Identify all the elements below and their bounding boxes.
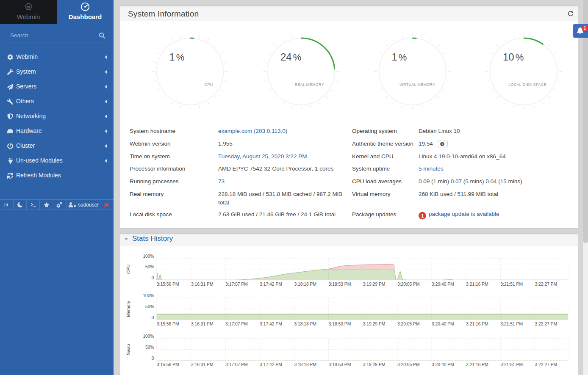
svg-text:3:17:42 PM: 3:17:42 PM	[260, 322, 282, 326]
svg-text:3:18:53 PM: 3:18:53 PM	[329, 282, 351, 287]
svg-text:Swap: Swap	[126, 344, 131, 355]
svg-text:3:17:07 PM: 3:17:07 PM	[225, 322, 248, 326]
svg-text:3:17:42 PM: 3:17:42 PM	[260, 282, 282, 287]
svg-text:3:19:29 PM: 3:19:29 PM	[363, 362, 386, 367]
svg-text:3:21:51 PM: 3:21:51 PM	[500, 282, 523, 287]
svg-text:VIRTUAL MEMORY: VIRTUAL MEMORY	[399, 83, 435, 87]
svg-text:3:20:40 PM: 3:20:40 PM	[432, 362, 454, 367]
svg-text:3:17:07 PM: 3:17:07 PM	[225, 362, 248, 367]
svg-text:3:16:31 PM: 3:16:31 PM	[191, 362, 214, 367]
svg-text:3:20:05 PM: 3:20:05 PM	[397, 322, 420, 326]
svg-text:0: 0	[152, 315, 154, 320]
svg-text:3:19:29 PM: 3:19:29 PM	[363, 282, 386, 287]
svg-text:1%: 1%	[392, 51, 407, 63]
svg-text:3:21:51 PM: 3:21:51 PM	[500, 362, 523, 367]
svg-text:3:21:16 PM: 3:21:16 PM	[466, 322, 488, 326]
svg-text:10%: 10%	[503, 51, 524, 63]
svg-text:3:17:42 PM: 3:17:42 PM	[260, 362, 282, 367]
svg-text:100%: 100%	[143, 334, 154, 339]
svg-text:24%: 24%	[280, 51, 301, 63]
svg-text:3:19:29 PM: 3:19:29 PM	[363, 322, 386, 326]
svg-text:50%: 50%	[145, 304, 154, 309]
svg-text:3:21:16 PM: 3:21:16 PM	[466, 362, 488, 367]
svg-text:3:20:05 PM: 3:20:05 PM	[397, 282, 420, 287]
svg-text:3:18:18 PM: 3:18:18 PM	[294, 322, 316, 326]
svg-text:3:20:05 PM: 3:20:05 PM	[397, 362, 420, 367]
svg-text:3:15:56 PM: 3:15:56 PM	[157, 322, 179, 326]
svg-text:3:20:40 PM: 3:20:40 PM	[432, 282, 454, 287]
svg-text:0: 0	[152, 276, 154, 280]
svg-text:3:22:27 PM: 3:22:27 PM	[535, 362, 557, 367]
svg-text:50%: 50%	[145, 345, 154, 350]
svg-text:Memory: Memory	[126, 301, 131, 317]
svg-text:3:20:40 PM: 3:20:40 PM	[432, 322, 454, 326]
svg-text:1%: 1%	[169, 51, 185, 63]
svg-text:3:18:53 PM: 3:18:53 PM	[329, 322, 351, 326]
svg-text:3:21:16 PM: 3:21:16 PM	[466, 282, 488, 287]
svg-text:3:18:18 PM: 3:18:18 PM	[294, 362, 316, 367]
svg-text:3:16:31 PM: 3:16:31 PM	[191, 322, 214, 326]
svg-text:3:15:56 PM: 3:15:56 PM	[157, 362, 179, 367]
svg-text:3:18:53 PM: 3:18:53 PM	[329, 362, 351, 367]
svg-text:3:17:07 PM: 3:17:07 PM	[225, 282, 248, 287]
svg-text:CPU: CPU	[205, 83, 213, 87]
svg-text:3:15:56 PM: 3:15:56 PM	[157, 282, 179, 287]
svg-text:0: 0	[152, 356, 154, 361]
svg-text:LOCAL DISK SPACE: LOCAL DISK SPACE	[508, 83, 546, 87]
svg-text:3:21:51 PM: 3:21:51 PM	[500, 322, 523, 326]
svg-text:3:22:27 PM: 3:22:27 PM	[535, 322, 557, 326]
svg-text:100%: 100%	[143, 254, 154, 259]
svg-text:3:18:18 PM: 3:18:18 PM	[294, 282, 316, 287]
svg-text:100%: 100%	[143, 293, 154, 298]
svg-text:REAL MEMORY: REAL MEMORY	[295, 83, 324, 87]
svg-text:CPU: CPU	[126, 265, 131, 274]
svg-text:3:22:27 PM: 3:22:27 PM	[535, 282, 557, 287]
svg-text:3:16:31 PM: 3:16:31 PM	[191, 282, 214, 287]
svg-text:50%: 50%	[145, 265, 154, 269]
